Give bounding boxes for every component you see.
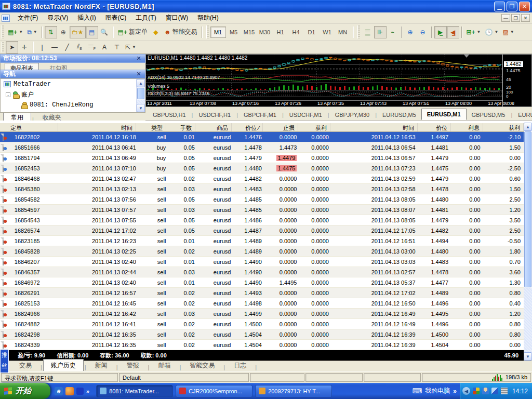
menu-item-0[interactable]: 文件(F): [13, 12, 43, 24]
keyboard-icon[interactable]: ⌨: [413, 387, 422, 395]
column-header-1[interactable]: 时间: [58, 123, 136, 131]
tray-app-icon[interactable]: [473, 388, 480, 394]
navigator-item-1[interactable]: -账户: [1, 89, 145, 100]
history-row-16854543[interactable]: 168545432011.04.13 07:55sell0.05eurusd1.…: [0, 215, 524, 225]
column-header-9[interactable]: 价位: [418, 123, 451, 131]
zoom-in-button[interactable]: ⊕: [404, 26, 417, 38]
column-header-5[interactable]: 价位 ∕: [232, 123, 263, 131]
column-header-8[interactable]: 时间: [330, 123, 418, 131]
navigator-scrollbar[interactable]: ▲ ▼: [136, 79, 145, 112]
line-chart-button[interactable]: ⌁: [387, 26, 399, 38]
history-row-16823185[interactable]: 168231852011.04.12 16:23sell0.01eurusd1.…: [0, 236, 524, 246]
history-row-16851794[interactable]: 168517942011.04.13 06:49buy0.05eurusd1.4…: [0, 153, 524, 163]
scroll-up-icon[interactable]: ▲: [137, 79, 145, 87]
history-row-16851666[interactable]: 168516662011.04.13 06:41buy0.05eurusd1.4…: [0, 142, 524, 153]
text-label-button[interactable]: ⊤: [111, 41, 123, 54]
scroll-down-icon[interactable]: ▼: [524, 352, 532, 361]
child-restore-button[interactable]: ❐: [511, 14, 520, 22]
tray-user-icon[interactable]: [482, 388, 489, 394]
navigator-item-0[interactable]: MetaTrader: [1, 79, 145, 89]
chart-tab-gbpjpym30[interactable]: GBPJPY,M30: [330, 110, 375, 120]
history-row-16824339[interactable]: 168243392011.04.12 16:35sell0.02eurusd1.…: [0, 340, 524, 350]
history-row-16854582[interactable]: 168545822011.04.13 07:56sell0.05eurusd1.…: [0, 194, 524, 205]
taskbar-task-2[interactable]: 2009279713: HY T...: [255, 385, 332, 397]
ime-toolbar[interactable]: 推丝: [0, 349, 9, 373]
strategy-tester-button[interactable]: 🔍: [98, 26, 111, 38]
horizontal-line-button[interactable]: —: [48, 41, 61, 54]
history-row-16846972[interactable]: 168469722011.04.13 02:40sell0.01eurusd1.…: [0, 277, 524, 288]
history-row-16845828[interactable]: 168458282011.04.13 02:25sell0.02eurusd1.…: [0, 246, 524, 257]
history-row-16824966[interactable]: 168249662011.04.12 16:42sell0.03eurusd1.…: [0, 309, 524, 319]
arrows-button[interactable]: ⇱▼: [123, 41, 138, 54]
chart-indicator-window[interactable]: ADX(14) 36.0503 14.7140 20.8907: [146, 74, 502, 83]
templates-button[interactable]: ▨▼: [500, 26, 516, 38]
child-close-button[interactable]: ✕: [521, 14, 530, 22]
desktop-label[interactable]: 我的电脑: [425, 387, 450, 395]
timeframe-d1[interactable]: D1: [304, 26, 320, 38]
history-row-16846468[interactable]: 168464682011.04.13 02:47sell0.02eurusd1.…: [0, 174, 524, 184]
toolbar-grip[interactable]: [2, 25, 4, 38]
navigator-header[interactable]: 导航 ✕: [0, 70, 145, 78]
new-order-button[interactable]: ▤+新定单: [116, 26, 150, 38]
tray-volume-icon[interactable]: [501, 388, 508, 394]
vertical-line-button[interactable]: |: [36, 41, 48, 54]
chart-main-window[interactable]: EURUSD,M1 1.4480 1.4482 1.4480 1.4482: [146, 55, 502, 74]
chart-tab-eurusdm5[interactable]: EURUSD,M5: [377, 110, 421, 120]
terminal-tab-4[interactable]: 邮箱: [150, 359, 178, 372]
column-header-6[interactable]: 止损: [263, 123, 298, 131]
desktop-overflow-icon[interactable]: »: [453, 388, 457, 395]
terminal-tab-6[interactable]: 日志: [226, 359, 254, 372]
browser-icon[interactable]: [65, 387, 74, 395]
chart-tab-usdchfh1[interactable]: USDCHF,H1: [193, 110, 236, 120]
chart-area[interactable]: EURUSD,M1 1.4480 1.4482 1.4480 1.4482 AD…: [145, 54, 532, 107]
chart-tab-eurusdm[interactable]: EURUSD,M: [513, 110, 532, 120]
quick-launch-overflow-icon[interactable]: »: [86, 388, 89, 394]
menu-item-6[interactable]: 帮助(H): [193, 12, 223, 24]
important-button[interactable]: ◆: [150, 26, 162, 38]
scroll-down-icon[interactable]: ▼: [137, 104, 145, 112]
toolbar-grip[interactable]: [357, 25, 360, 38]
trendline-button[interactable]: ╱: [61, 41, 73, 54]
timeframe-mn[interactable]: MN: [335, 26, 351, 38]
terminal-tab-2[interactable]: 新闻: [87, 359, 115, 372]
chart-volumes-window[interactable]: Volumes 5: [146, 83, 502, 90]
taskbar-task-0[interactable]: 8081: MetaTrader...: [96, 385, 173, 397]
history-row-16826291[interactable]: 168262912011.04.12 16:57sell0.02eurusd1.…: [0, 288, 524, 298]
scroll-thumb[interactable]: [524, 131, 531, 287]
navigator-close-icon[interactable]: ✕: [135, 71, 142, 77]
chart-tab-usdchfm1[interactable]: USDCHF,M1: [284, 110, 327, 120]
terminal-tab-0[interactable]: 交易: [11, 359, 39, 372]
chart-stochastic-window[interactable]: Stoch(5,3,3) 59.5847 75.2345: [146, 90, 502, 97]
fibonacci-button[interactable]: 𝄘F: [86, 41, 98, 54]
terminal-button[interactable]: ▤: [86, 26, 98, 38]
menu-item-3[interactable]: 图表(C): [101, 12, 131, 24]
timeframe-w1[interactable]: W1: [320, 26, 335, 38]
maximize-button[interactable]: ❐: [507, 2, 517, 11]
navigator-button[interactable]: 🗀★: [70, 26, 86, 38]
chart-shift-button[interactable]: ◀̲: [447, 26, 459, 38]
scroll-thumb[interactable]: [137, 88, 144, 99]
menu-item-5[interactable]: 窗口(W): [161, 12, 193, 24]
column-header-2[interactable]: 类型: [136, 123, 166, 131]
text-button[interactable]: A: [98, 41, 111, 54]
history-row-16825153[interactable]: 168251532011.04.12 16:45sell0.02eurusd1.…: [0, 298, 524, 309]
bar-chart-button[interactable]: 𝄛: [362, 26, 374, 38]
menu-item-1[interactable]: 显示(V): [43, 12, 73, 24]
navigator-item-2[interactable]: 8081: ChenJieRong: [1, 100, 145, 110]
child-minimize-button[interactable]: —: [501, 14, 510, 22]
market-watch-header[interactable]: 市场报价: 08:12:53 ✕: [0, 54, 145, 63]
column-header-7[interactable]: 获利: [298, 123, 330, 131]
tray-chevron-icon[interactable]: ◀: [462, 387, 470, 395]
channel-button[interactable]: ⫽E: [73, 41, 86, 54]
toolbar-grip[interactable]: [2, 42, 4, 52]
app-shortcut-icon[interactable]: [76, 388, 84, 395]
tree-expand-icon[interactable]: -: [6, 92, 10, 97]
column-header-4[interactable]: 商品: [195, 123, 232, 131]
expert-advisors-button[interactable]: ☻智能交易: [162, 26, 200, 38]
indicators-button[interactable]: ⊞+▼: [464, 26, 483, 38]
terminal-scrollbar[interactable]: ▲ ▼: [524, 123, 532, 361]
chart-tab-eurusdm1[interactable]: EURUSD,M1: [421, 109, 467, 120]
minimize-button[interactable]: ▁: [494, 2, 505, 11]
start-button[interactable]: 开始: [0, 383, 50, 399]
menu-item-2[interactable]: 插入(I): [73, 12, 100, 24]
